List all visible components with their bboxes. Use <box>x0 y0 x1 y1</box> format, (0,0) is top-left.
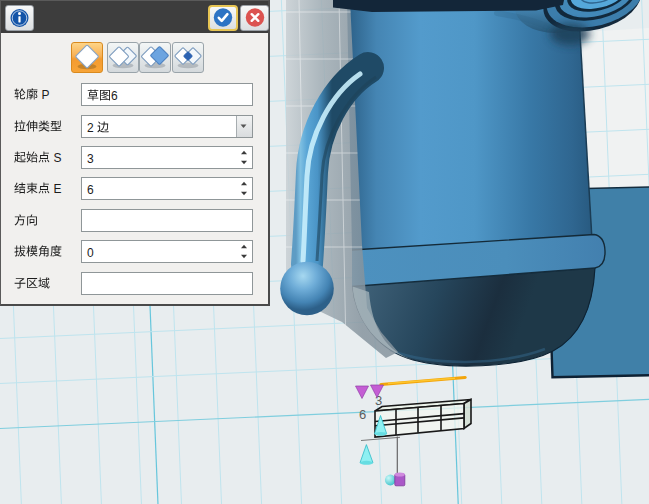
svg-text:S: S <box>53 151 61 165</box>
svg-text:0: 0 <box>87 246 94 260</box>
svg-text:6: 6 <box>87 183 94 197</box>
svg-text:2: 2 <box>87 121 94 135</box>
svg-text:P: P <box>41 88 49 102</box>
svg-text:3: 3 <box>87 152 94 166</box>
svg-text:6: 6 <box>359 407 366 422</box>
svg-text:E: E <box>53 182 61 196</box>
svg-text:6: 6 <box>111 89 118 103</box>
